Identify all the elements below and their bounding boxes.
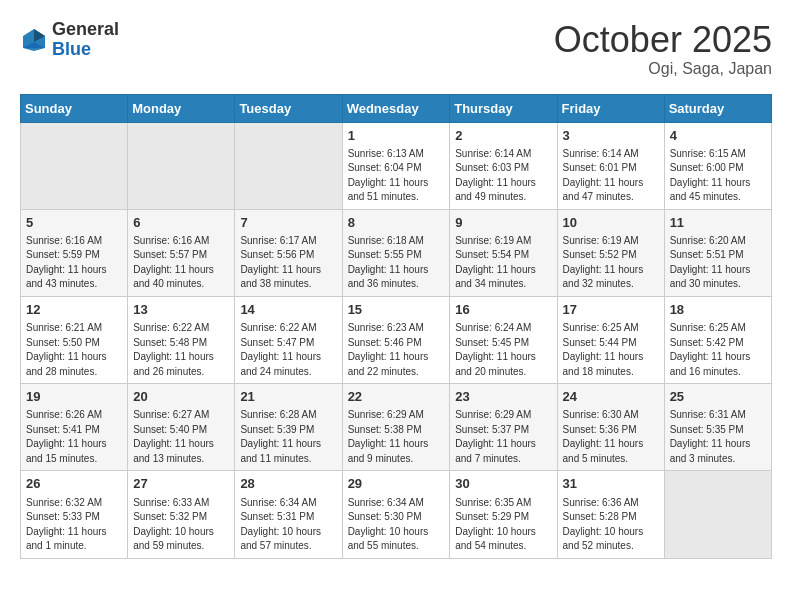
day-number: 28 <box>240 475 336 493</box>
calendar-cell: 29Sunrise: 6:34 AM Sunset: 5:30 PM Dayli… <box>342 471 450 558</box>
day-info: Sunrise: 6:13 AM Sunset: 6:04 PM Dayligh… <box>348 147 445 205</box>
day-number: 6 <box>133 214 229 232</box>
location: Ogi, Saga, Japan <box>554 60 772 78</box>
calendar-cell: 16Sunrise: 6:24 AM Sunset: 5:45 PM Dayli… <box>450 296 557 383</box>
day-number: 29 <box>348 475 445 493</box>
week-row-1: 1Sunrise: 6:13 AM Sunset: 6:04 PM Daylig… <box>21 122 772 209</box>
calendar-cell: 24Sunrise: 6:30 AM Sunset: 5:36 PM Dayli… <box>557 384 664 471</box>
calendar-cell: 31Sunrise: 6:36 AM Sunset: 5:28 PM Dayli… <box>557 471 664 558</box>
day-number: 30 <box>455 475 551 493</box>
weekday-header-friday: Friday <box>557 94 664 122</box>
day-info: Sunrise: 6:27 AM Sunset: 5:40 PM Dayligh… <box>133 408 229 466</box>
day-number: 26 <box>26 475 122 493</box>
day-info: Sunrise: 6:22 AM Sunset: 5:48 PM Dayligh… <box>133 321 229 379</box>
calendar-cell: 6Sunrise: 6:16 AM Sunset: 5:57 PM Daylig… <box>128 209 235 296</box>
day-number: 25 <box>670 388 766 406</box>
calendar-cell: 28Sunrise: 6:34 AM Sunset: 5:31 PM Dayli… <box>235 471 342 558</box>
week-row-4: 19Sunrise: 6:26 AM Sunset: 5:41 PM Dayli… <box>21 384 772 471</box>
day-info: Sunrise: 6:14 AM Sunset: 6:03 PM Dayligh… <box>455 147 551 205</box>
day-info: Sunrise: 6:19 AM Sunset: 5:52 PM Dayligh… <box>563 234 659 292</box>
day-info: Sunrise: 6:29 AM Sunset: 5:38 PM Dayligh… <box>348 408 445 466</box>
day-number: 11 <box>670 214 766 232</box>
calendar-cell: 8Sunrise: 6:18 AM Sunset: 5:55 PM Daylig… <box>342 209 450 296</box>
weekday-header-monday: Monday <box>128 94 235 122</box>
logo-text: General Blue <box>52 20 119 60</box>
day-number: 9 <box>455 214 551 232</box>
calendar-cell: 21Sunrise: 6:28 AM Sunset: 5:39 PM Dayli… <box>235 384 342 471</box>
calendar-cell: 13Sunrise: 6:22 AM Sunset: 5:48 PM Dayli… <box>128 296 235 383</box>
day-info: Sunrise: 6:14 AM Sunset: 6:01 PM Dayligh… <box>563 147 659 205</box>
day-info: Sunrise: 6:36 AM Sunset: 5:28 PM Dayligh… <box>563 496 659 554</box>
day-info: Sunrise: 6:30 AM Sunset: 5:36 PM Dayligh… <box>563 408 659 466</box>
day-number: 13 <box>133 301 229 319</box>
day-info: Sunrise: 6:18 AM Sunset: 5:55 PM Dayligh… <box>348 234 445 292</box>
month-title: October 2025 <box>554 20 772 60</box>
day-number: 5 <box>26 214 122 232</box>
calendar-cell: 17Sunrise: 6:25 AM Sunset: 5:44 PM Dayli… <box>557 296 664 383</box>
week-row-5: 26Sunrise: 6:32 AM Sunset: 5:33 PM Dayli… <box>21 471 772 558</box>
week-row-2: 5Sunrise: 6:16 AM Sunset: 5:59 PM Daylig… <box>21 209 772 296</box>
weekday-header-saturday: Saturday <box>664 94 771 122</box>
day-number: 14 <box>240 301 336 319</box>
day-number: 8 <box>348 214 445 232</box>
calendar-cell: 10Sunrise: 6:19 AM Sunset: 5:52 PM Dayli… <box>557 209 664 296</box>
calendar-cell: 4Sunrise: 6:15 AM Sunset: 6:00 PM Daylig… <box>664 122 771 209</box>
day-info: Sunrise: 6:25 AM Sunset: 5:44 PM Dayligh… <box>563 321 659 379</box>
day-info: Sunrise: 6:34 AM Sunset: 5:30 PM Dayligh… <box>348 496 445 554</box>
calendar-cell: 26Sunrise: 6:32 AM Sunset: 5:33 PM Dayli… <box>21 471 128 558</box>
day-number: 1 <box>348 127 445 145</box>
page-header: General Blue October 2025 Ogi, Saga, Jap… <box>20 20 772 78</box>
weekday-header-tuesday: Tuesday <box>235 94 342 122</box>
calendar-cell <box>664 471 771 558</box>
calendar-cell <box>128 122 235 209</box>
calendar-cell: 15Sunrise: 6:23 AM Sunset: 5:46 PM Dayli… <box>342 296 450 383</box>
day-number: 3 <box>563 127 659 145</box>
day-number: 7 <box>240 214 336 232</box>
calendar-cell: 30Sunrise: 6:35 AM Sunset: 5:29 PM Dayli… <box>450 471 557 558</box>
day-info: Sunrise: 6:24 AM Sunset: 5:45 PM Dayligh… <box>455 321 551 379</box>
calendar-cell: 7Sunrise: 6:17 AM Sunset: 5:56 PM Daylig… <box>235 209 342 296</box>
day-number: 4 <box>670 127 766 145</box>
day-number: 22 <box>348 388 445 406</box>
day-info: Sunrise: 6:15 AM Sunset: 6:00 PM Dayligh… <box>670 147 766 205</box>
calendar-cell: 14Sunrise: 6:22 AM Sunset: 5:47 PM Dayli… <box>235 296 342 383</box>
day-info: Sunrise: 6:32 AM Sunset: 5:33 PM Dayligh… <box>26 496 122 554</box>
day-number: 24 <box>563 388 659 406</box>
day-info: Sunrise: 6:20 AM Sunset: 5:51 PM Dayligh… <box>670 234 766 292</box>
day-number: 20 <box>133 388 229 406</box>
calendar-cell: 27Sunrise: 6:33 AM Sunset: 5:32 PM Dayli… <box>128 471 235 558</box>
title-block: October 2025 Ogi, Saga, Japan <box>554 20 772 78</box>
day-number: 2 <box>455 127 551 145</box>
day-number: 12 <box>26 301 122 319</box>
day-info: Sunrise: 6:17 AM Sunset: 5:56 PM Dayligh… <box>240 234 336 292</box>
day-info: Sunrise: 6:23 AM Sunset: 5:46 PM Dayligh… <box>348 321 445 379</box>
calendar-cell: 12Sunrise: 6:21 AM Sunset: 5:50 PM Dayli… <box>21 296 128 383</box>
week-row-3: 12Sunrise: 6:21 AM Sunset: 5:50 PM Dayli… <box>21 296 772 383</box>
day-number: 31 <box>563 475 659 493</box>
weekday-header-row: SundayMondayTuesdayWednesdayThursdayFrid… <box>21 94 772 122</box>
logo: General Blue <box>20 20 119 60</box>
logo-general: General <box>52 19 119 39</box>
day-number: 21 <box>240 388 336 406</box>
day-number: 15 <box>348 301 445 319</box>
day-number: 19 <box>26 388 122 406</box>
calendar-cell: 2Sunrise: 6:14 AM Sunset: 6:03 PM Daylig… <box>450 122 557 209</box>
day-info: Sunrise: 6:35 AM Sunset: 5:29 PM Dayligh… <box>455 496 551 554</box>
calendar-cell: 18Sunrise: 6:25 AM Sunset: 5:42 PM Dayli… <box>664 296 771 383</box>
day-number: 16 <box>455 301 551 319</box>
calendar-cell: 5Sunrise: 6:16 AM Sunset: 5:59 PM Daylig… <box>21 209 128 296</box>
calendar-cell: 23Sunrise: 6:29 AM Sunset: 5:37 PM Dayli… <box>450 384 557 471</box>
day-info: Sunrise: 6:34 AM Sunset: 5:31 PM Dayligh… <box>240 496 336 554</box>
day-info: Sunrise: 6:21 AM Sunset: 5:50 PM Dayligh… <box>26 321 122 379</box>
calendar-cell <box>21 122 128 209</box>
day-info: Sunrise: 6:25 AM Sunset: 5:42 PM Dayligh… <box>670 321 766 379</box>
logo-blue: Blue <box>52 39 91 59</box>
calendar-cell: 19Sunrise: 6:26 AM Sunset: 5:41 PM Dayli… <box>21 384 128 471</box>
day-number: 27 <box>133 475 229 493</box>
calendar-cell: 22Sunrise: 6:29 AM Sunset: 5:38 PM Dayli… <box>342 384 450 471</box>
day-info: Sunrise: 6:28 AM Sunset: 5:39 PM Dayligh… <box>240 408 336 466</box>
calendar: SundayMondayTuesdayWednesdayThursdayFrid… <box>20 94 772 559</box>
calendar-cell: 3Sunrise: 6:14 AM Sunset: 6:01 PM Daylig… <box>557 122 664 209</box>
calendar-cell: 9Sunrise: 6:19 AM Sunset: 5:54 PM Daylig… <box>450 209 557 296</box>
calendar-cell <box>235 122 342 209</box>
